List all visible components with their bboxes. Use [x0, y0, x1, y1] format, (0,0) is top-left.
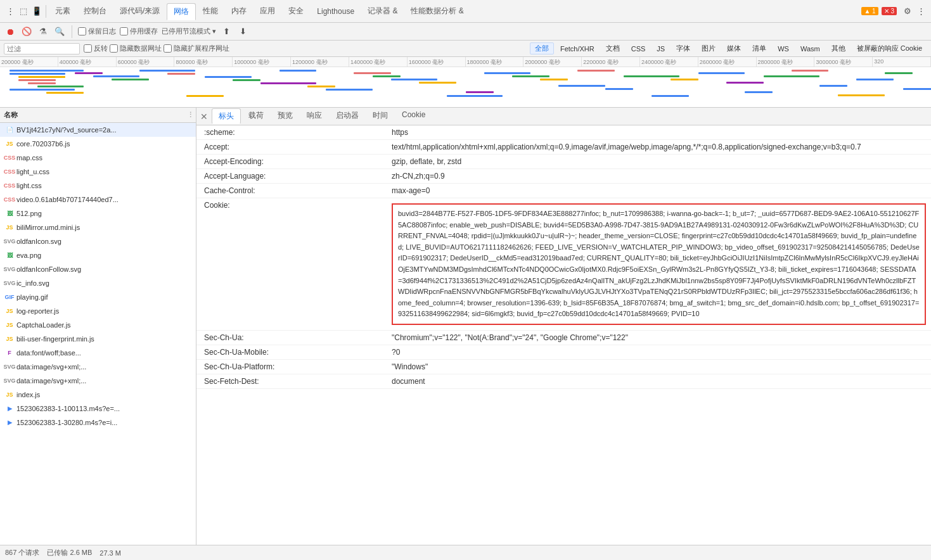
waterfall-bar: [260, 82, 316, 84]
timeline-tick: 1600000 毫秒: [408, 57, 466, 67]
filter-type-字体[interactable]: 字体: [671, 42, 695, 54]
file-item[interactable]: JSlog-reporter.js: [0, 304, 196, 318]
file-item[interactable]: SVGdata:image/svg+xml;...: [0, 360, 196, 374]
header-row: Sec-Fetch-Dest:document: [196, 374, 931, 389]
file-item[interactable]: JSindex.js: [0, 388, 196, 402]
tab-network[interactable]: 网络: [167, 3, 196, 20]
file-name-label: BV1jt421c7yN/?vd_source=2a...: [16, 126, 191, 134]
header-name: Cookie:: [196, 200, 387, 211]
resize-handle[interactable]: ⋮: [187, 111, 192, 119]
file-item[interactable]: CSSmap.css: [0, 151, 196, 165]
record-icon[interactable]: ⏺: [4, 25, 16, 38]
file-item[interactable]: JSbili-user-fingerprint.min.js: [0, 332, 196, 346]
filter-type-CSS[interactable]: CSS: [626, 44, 651, 54]
waterfall-bar: [112, 79, 149, 80]
settings-icon[interactable]: ⚙: [901, 5, 914, 18]
waterfall-bar: [233, 79, 260, 81]
throttle-select[interactable]: 已停用节流模式 ▾: [162, 27, 216, 36]
invert-checkbox[interactable]: 反转: [84, 44, 108, 53]
file-item[interactable]: SVGic_info.svg: [0, 276, 196, 290]
filter-icon[interactable]: ⚗: [37, 25, 49, 38]
detail-tab-载荷[interactable]: 载荷: [242, 108, 270, 124]
detail-tab-预览[interactable]: 预览: [271, 108, 299, 124]
filter-type-清单[interactable]: 清单: [747, 42, 771, 54]
tab-application[interactable]: 应用: [254, 3, 281, 19]
tab-memory[interactable]: 内存: [225, 3, 253, 19]
header-value: "Windows": [387, 361, 931, 372]
header-name: Sec-Ch-Ua-Platform:: [196, 361, 387, 372]
filter-type-被屏蔽的响应 Cookie[interactable]: 被屏蔽的响应 Cookie: [852, 42, 927, 54]
waterfall-bar: [671, 79, 698, 80]
tab-console[interactable]: 控制台: [77, 3, 113, 19]
detail-tab-Cookie[interactable]: Cookie: [395, 108, 432, 124]
filter-input[interactable]: [4, 43, 80, 54]
hide-data-urls-checkbox[interactable]: 隐藏数据网址: [110, 44, 162, 53]
tab-security[interactable]: 安全: [282, 3, 310, 19]
filter-type-其他[interactable]: 其他: [826, 42, 851, 54]
filter-type-Fetch/XHR[interactable]: Fetch/XHR: [555, 44, 600, 54]
disable-cache-checkbox[interactable]: 停用缓存: [120, 27, 158, 36]
header-value: https: [387, 127, 931, 138]
file-list-header: 名称 ⋮: [0, 108, 196, 123]
header-row: Accept:text/html,application/xhtml+xml,a…: [196, 140, 931, 155]
waterfall-bar: [540, 79, 568, 80]
file-item[interactable]: GIFplaying.gif: [0, 290, 196, 304]
filter-type-JS[interactable]: JS: [652, 44, 670, 54]
timeline-bars: [0, 67, 931, 108]
detail-tab-标头[interactable]: 标头: [212, 108, 241, 124]
close-detail-icon[interactable]: ✕: [200, 111, 208, 122]
timeline-tick: 320: [873, 57, 931, 67]
file-item[interactable]: Fdata:font/woff;base...: [0, 346, 196, 360]
search-icon[interactable]: 🔍: [53, 25, 66, 38]
download-icon[interactable]: ⬇: [236, 25, 249, 38]
detail-tab-时间[interactable]: 时间: [366, 108, 394, 124]
file-item[interactable]: 📄BV1jt421c7yN/?vd_source=2a...: [0, 123, 196, 137]
file-item[interactable]: SVGoldfanIconFollow.svg: [0, 262, 196, 276]
header-value: text/html,application/xhtml+xml,applicat…: [387, 141, 931, 153]
detail-tab-响应[interactable]: 响应: [300, 108, 328, 124]
header-value: zh-CN,zh;q=0.9: [387, 170, 931, 182]
more-icon[interactable]: ⋮: [915, 5, 927, 18]
filter-type-WS[interactable]: WS: [773, 44, 794, 54]
clear-icon[interactable]: 🚫: [20, 25, 33, 38]
tab-performance[interactable]: 性能: [196, 3, 224, 19]
filter-type-全部[interactable]: 全部: [530, 42, 554, 54]
file-item[interactable]: JScore.702037b6.js: [0, 137, 196, 151]
timeline-tick: 2000000 毫秒: [523, 57, 582, 67]
tab-recorder[interactable]: 记录器 &: [361, 3, 404, 19]
devtools-menu-icon[interactable]: ⋮: [4, 5, 16, 18]
file-item[interactable]: JSCaptchaLoader.js: [0, 318, 196, 332]
file-name-label: eva.png: [16, 251, 191, 259]
file-item[interactable]: SVGdata:image/svg+xml;...: [0, 374, 196, 388]
file-item[interactable]: CSSvideo.0.61abf4b707174440ed7...: [0, 193, 196, 207]
preserve-log-checkbox[interactable]: 保留日志: [78, 27, 116, 36]
inspect-icon[interactable]: ⬚: [17, 5, 30, 18]
filter-bar: 反转 隐藏数据网址 隐藏扩展程序网址 全部Fetch/XHR文档CSSJS字体图…: [0, 41, 931, 57]
file-item[interactable]: JSbiliMirror.umd.mini.js: [0, 220, 196, 234]
upload-icon[interactable]: ⬆: [220, 25, 233, 38]
header-value: ?0: [387, 347, 931, 358]
tab-elements[interactable]: 元素: [49, 3, 77, 19]
device-icon[interactable]: 📱: [30, 5, 43, 18]
tab-sources[interactable]: 源代码/来源: [113, 3, 166, 19]
file-item[interactable]: CSSlight_u.css: [0, 165, 196, 179]
file-item[interactable]: 🖼eva.png: [0, 248, 196, 262]
file-item[interactable]: ▶1523062383-1-30280.m4s?e=i...: [0, 416, 196, 430]
file-item[interactable]: ▶1523062383-1-100113.m4s?e=...: [0, 402, 196, 416]
detail-tab-启动器[interactable]: 启动器: [330, 108, 365, 124]
filter-type-图片[interactable]: 图片: [697, 42, 721, 54]
waterfall-bar: [10, 73, 65, 75]
filter-type-文档[interactable]: 文档: [601, 42, 625, 54]
filter-type-Wasm[interactable]: Wasm: [795, 44, 825, 54]
file-type-icon: JS: [5, 390, 14, 399]
hide-extensions-checkbox[interactable]: 隐藏扩展程序网址: [164, 44, 229, 53]
file-type-icon: SVG: [5, 265, 14, 274]
filter-type-媒体[interactable]: 媒体: [722, 42, 746, 54]
file-item[interactable]: 🖼512.png: [0, 207, 196, 220]
tab-lighthouse[interactable]: Lighthouse: [311, 4, 361, 18]
file-item[interactable]: CSSlight.css: [0, 179, 196, 193]
file-item[interactable]: SVGoldfanIcon.svg: [0, 234, 196, 248]
tab-performance-insights[interactable]: 性能数据分析 &: [404, 3, 470, 19]
waterfall-bar: [764, 75, 819, 77]
waterfall-bar: [10, 70, 84, 72]
